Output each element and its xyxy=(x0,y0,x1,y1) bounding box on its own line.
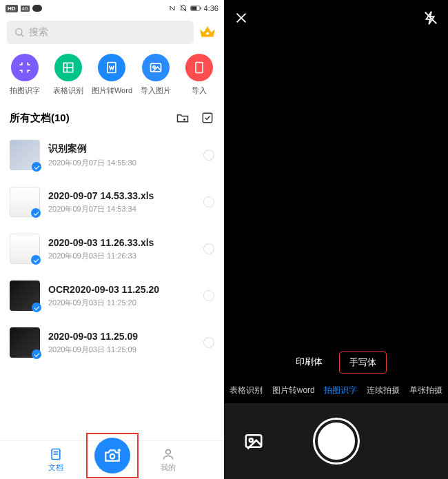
folder-add-icon[interactable] xyxy=(176,111,190,125)
nfc-icon xyxy=(168,4,176,12)
gallery-button[interactable] xyxy=(243,431,264,451)
item-date: 2020年09月03日 11:25:20 xyxy=(48,298,195,308)
mute-icon xyxy=(179,4,187,12)
svg-point-23 xyxy=(165,449,170,454)
tool-label: 导入图片 xyxy=(141,85,171,96)
camera-fab[interactable] xyxy=(94,438,130,473)
camera-viewfinder xyxy=(224,36,448,347)
list-item[interactable]: 2020-09-07 14.53.33.xls2020年09月07日 14:53… xyxy=(0,179,224,225)
camera-plus-icon xyxy=(103,447,121,465)
vip-button[interactable] xyxy=(198,23,217,42)
tab-mine[interactable]: 我的 xyxy=(161,447,176,473)
close-icon[interactable] xyxy=(234,10,249,26)
select-radio[interactable] xyxy=(203,196,214,207)
svg-rect-3 xyxy=(200,8,201,10)
tool-label: 导入 xyxy=(192,85,207,96)
camera-tab[interactable]: 单张拍摄 xyxy=(409,385,442,396)
item-title: 2020-09-03 11.25.09 xyxy=(48,331,195,342)
item-date: 2020年09月03日 11:26:33 xyxy=(48,251,195,261)
list-item[interactable]: 2020-09-03 11.25.092020年09月03日 11:25:09 xyxy=(0,319,224,366)
camera-app: 印刷体 手写体 表格识别 图片转word 拍图识字 连续拍摄 单张拍摄 xyxy=(224,0,448,479)
search-icon xyxy=(14,27,25,38)
bottom-nav: 文档 我的 xyxy=(0,440,224,479)
documents-list: 识别案例2020年09月07日 14:55:30 2020-09-07 14.5… xyxy=(0,132,224,440)
svg-rect-27 xyxy=(246,435,262,447)
search-input[interactable]: 搜索 xyxy=(7,21,194,44)
svg-point-4 xyxy=(16,29,22,35)
list-item[interactable]: 识别案例2020年09月07日 14:55:30 xyxy=(0,132,224,179)
check-badge-icon xyxy=(31,255,41,265)
tab-label: 文档 xyxy=(48,462,63,473)
battery-icon xyxy=(190,5,201,12)
tool-ocr-photo[interactable]: 拍图识字 xyxy=(3,54,46,96)
check-badge-icon xyxy=(32,349,41,359)
item-date: 2020年09月03日 11:25:09 xyxy=(48,345,195,355)
tool-label: 拍图识字 xyxy=(10,85,40,96)
camera-mode-tabs: 表格识别 图片转word 拍图识字 连续拍摄 单张拍摄 xyxy=(224,378,448,403)
select-radio[interactable] xyxy=(203,150,214,161)
fab-highlight-frame xyxy=(86,433,139,478)
camera-tab[interactable]: 图片转word xyxy=(272,385,315,396)
svg-line-5 xyxy=(21,34,23,37)
tool-table-ocr[interactable]: 表格识别 xyxy=(46,54,90,96)
signal-icon: 4G xyxy=(21,6,30,12)
pill-handwriting[interactable]: 手写体 xyxy=(339,351,387,374)
crown-icon xyxy=(198,23,216,41)
thumbnail xyxy=(10,327,40,358)
select-radio[interactable] xyxy=(203,290,214,301)
check-badge-icon xyxy=(32,162,41,172)
svg-point-28 xyxy=(250,438,253,442)
svg-rect-16 xyxy=(203,113,212,122)
shutter-button[interactable] xyxy=(315,420,358,462)
tool-import-image[interactable]: 导入图片 xyxy=(134,54,177,96)
list-item[interactable]: 2020-09-03 11.26.33.xls2020年09月03日 11:26… xyxy=(0,225,224,272)
svg-point-12 xyxy=(153,66,155,68)
item-date: 2020年09月07日 14:55:30 xyxy=(48,158,195,168)
tool-image-to-word[interactable]: 图片转Word xyxy=(90,54,134,96)
item-date: 2020年09月07日 14:53:34 xyxy=(48,204,195,214)
tool-label: 表格识别 xyxy=(53,85,83,96)
tool-label: 图片转Word xyxy=(92,85,132,96)
thumbnail xyxy=(10,281,40,311)
svg-point-20 xyxy=(110,454,114,459)
item-title: 识别案例 xyxy=(48,143,195,155)
camera-tab[interactable]: 连续拍摄 xyxy=(367,385,400,396)
multiselect-icon[interactable] xyxy=(201,111,214,125)
check-badge-icon xyxy=(31,208,41,218)
tools-row: 拍图识字 表格识别 图片转Word 导入图片 导入 xyxy=(0,48,224,104)
pill-print[interactable]: 印刷体 xyxy=(286,351,332,374)
svg-rect-6 xyxy=(206,32,209,34)
user-icon xyxy=(161,447,175,461)
svg-rect-11 xyxy=(150,63,161,72)
status-bar: HD 4G 4:36 xyxy=(0,0,224,17)
gallery-icon xyxy=(243,431,264,451)
status-time: 4:36 xyxy=(204,4,218,12)
item-title: OCR2020-09-03 11.25.20 xyxy=(48,284,195,295)
thumbnail xyxy=(10,234,40,264)
select-radio[interactable] xyxy=(203,243,214,254)
camera-tab[interactable]: 表格识别 xyxy=(230,385,263,396)
thumbnail xyxy=(10,140,40,170)
svg-rect-13 xyxy=(196,63,203,73)
message-icon xyxy=(32,5,42,12)
doc-icon xyxy=(49,447,63,461)
tool-import[interactable]: 导入 xyxy=(178,54,221,96)
item-title: 2020-09-03 11.26.33.xls xyxy=(48,237,195,248)
tab-label: 我的 xyxy=(161,462,176,473)
select-radio[interactable] xyxy=(203,337,214,348)
documents-app: HD 4G 4:36 搜索 拍图识字 表格识别 图片转Word 导入图片 导入 … xyxy=(0,0,224,479)
all-docs-title: 所有文档(10) xyxy=(10,112,70,125)
check-badge-icon xyxy=(32,303,41,312)
thumbnail xyxy=(10,187,40,217)
camera-tab-selected[interactable]: 拍图识字 xyxy=(324,385,357,396)
tab-documents[interactable]: 文档 xyxy=(48,447,63,473)
search-placeholder: 搜索 xyxy=(29,26,48,39)
flash-off-icon[interactable] xyxy=(423,10,438,26)
font-mode-row: 印刷体 手写体 xyxy=(224,347,448,378)
list-item[interactable]: OCR2020-09-03 11.25.202020年09月03日 11:25:… xyxy=(0,272,224,319)
item-title: 2020-09-07 14.53.33.xls xyxy=(48,190,195,201)
svg-rect-2 xyxy=(191,6,196,10)
hd-icon: HD xyxy=(6,5,18,12)
